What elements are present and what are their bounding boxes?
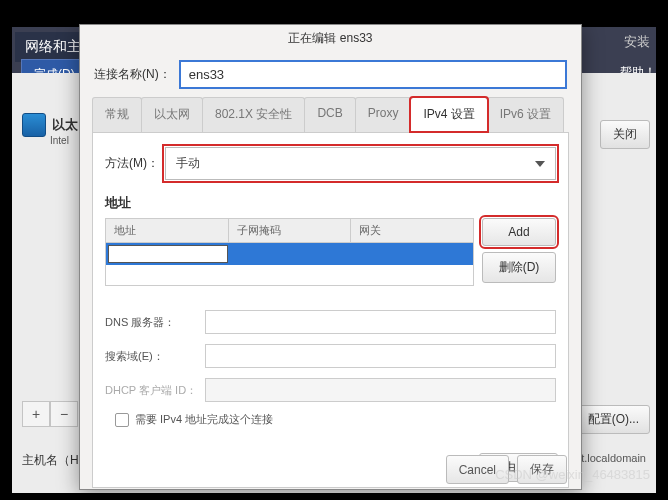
- tab-ipv6[interactable]: IPv6 设置: [487, 97, 564, 132]
- nic-row[interactable]: 以太: [22, 113, 78, 137]
- ethernet-icon: [22, 113, 46, 137]
- edit-connection-dialog: 正在编辑 ens33 连接名称(N)： 常规 以太网 802.1X 安全性 DC…: [79, 24, 582, 490]
- col-mask: 子网掩码: [229, 219, 352, 242]
- close-button[interactable]: 关闭: [600, 120, 650, 149]
- dhcp-label: DHCP 客户端 ID：: [105, 383, 205, 398]
- table-row[interactable]: [106, 243, 473, 265]
- table-header: 地址 子网掩码 网关: [106, 219, 473, 243]
- dns-label: DNS 服务器：: [105, 315, 205, 330]
- require-ipv4-row[interactable]: 需要 IPv4 地址完成这个连接: [115, 412, 556, 427]
- chevron-down-icon: [535, 161, 545, 167]
- form-rows: DNS 服务器： 搜索域(E)： DHCP 客户端 ID： 需要 IPv4 地址…: [105, 310, 556, 427]
- connection-name-row: 连接名称(N)：: [80, 52, 581, 97]
- connection-name-input[interactable]: [179, 60, 567, 89]
- mask-cell[interactable]: [230, 243, 352, 265]
- search-domain-input[interactable]: [205, 344, 556, 368]
- address-table[interactable]: 地址 子网掩码 网关: [105, 218, 474, 286]
- tab-proxy[interactable]: Proxy: [355, 97, 412, 132]
- configure-button[interactable]: 配置(O)...: [577, 405, 650, 434]
- dhcp-row: DHCP 客户端 ID：: [105, 378, 556, 402]
- connection-name-label: 连接名称(N)：: [94, 66, 171, 83]
- watermark: CSDN @weixin_46483815: [495, 467, 650, 482]
- addresses-section: 地址 子网掩码 网关 Add 删除(D): [105, 218, 556, 286]
- table-side-buttons: Add 删除(D): [482, 218, 556, 286]
- add-nic-button[interactable]: +: [22, 401, 50, 427]
- tab-general[interactable]: 常规: [92, 97, 142, 132]
- dns-row: DNS 服务器：: [105, 310, 556, 334]
- tab-ipv4[interactable]: IPv4 设置: [410, 97, 487, 132]
- require-ipv4-label: 需要 IPv4 地址完成这个连接: [135, 412, 273, 427]
- add-address-button[interactable]: Add: [482, 218, 556, 246]
- address-cell-edit[interactable]: [108, 245, 228, 263]
- ipv4-tab-body: 方法(M)： 手动 地址 地址 子网掩码 网关: [92, 133, 569, 488]
- addresses-heading: 地址: [105, 194, 556, 212]
- method-row: 方法(M)： 手动: [105, 147, 556, 180]
- method-value: 手动: [176, 155, 200, 172]
- tab-security[interactable]: 802.1X 安全性: [202, 97, 305, 132]
- remove-nic-button[interactable]: −: [50, 401, 78, 427]
- nic-label: 以太: [52, 116, 78, 134]
- search-domain-label: 搜索域(E)：: [105, 349, 205, 364]
- tabs-bar: 常规 以太网 802.1X 安全性 DCB Proxy IPv4 设置 IPv6…: [92, 97, 569, 133]
- tab-ethernet[interactable]: 以太网: [141, 97, 203, 132]
- bottom-button-row: + −: [22, 401, 78, 427]
- method-select[interactable]: 手动: [165, 147, 556, 180]
- search-domain-row: 搜索域(E)：: [105, 344, 556, 368]
- dialog-title: 正在编辑 ens33: [80, 25, 581, 52]
- tab-dcb[interactable]: DCB: [304, 97, 355, 132]
- gateway-cell[interactable]: [352, 243, 474, 265]
- delete-address-button[interactable]: 删除(D): [482, 252, 556, 283]
- dns-input[interactable]: [205, 310, 556, 334]
- install-label: 安装: [624, 33, 650, 51]
- outer-frame: 网络和主机 完成(D) 安装 帮助！ 以太 Intel 关闭 + − 配置(O)…: [0, 0, 668, 500]
- col-gateway: 网关: [351, 219, 473, 242]
- nic-sublabel: Intel: [50, 135, 69, 146]
- method-label: 方法(M)：: [105, 155, 165, 172]
- dhcp-input: [205, 378, 556, 402]
- require-ipv4-checkbox[interactable]: [115, 413, 129, 427]
- col-address: 地址: [106, 219, 229, 242]
